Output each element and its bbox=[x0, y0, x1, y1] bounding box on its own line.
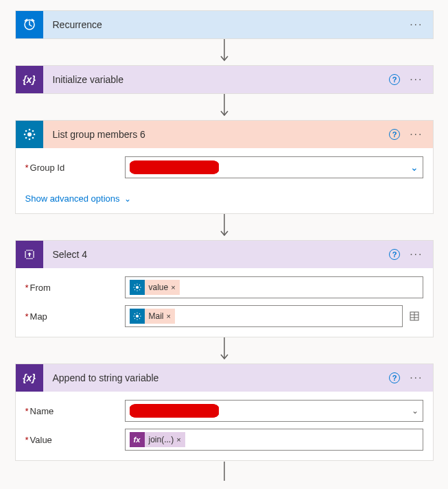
show-advanced-options-link[interactable]: Show advanced options ⌄ bbox=[25, 193, 131, 204]
svg-point-10 bbox=[25, 137, 27, 139]
chevron-down-icon: ⌄ bbox=[124, 194, 131, 204]
more-icon[interactable]: ··· bbox=[410, 128, 423, 141]
token-mail[interactable]: Mail × bbox=[130, 309, 175, 324]
group-id-input[interactable]: ⌄ bbox=[125, 156, 423, 178]
step-select[interactable]: Select 4 ? ··· *From value × bbox=[15, 240, 434, 337]
svg-point-5 bbox=[28, 139, 30, 141]
step-recurrence[interactable]: Recurrence ··· bbox=[15, 10, 434, 39]
param-label-from: *From bbox=[25, 283, 125, 293]
connector-arrow bbox=[7, 214, 441, 240]
svg-point-3 bbox=[27, 132, 32, 136]
svg-point-18 bbox=[134, 285, 134, 285]
chevron-down-icon[interactable]: ⌄ bbox=[412, 406, 418, 416]
more-icon[interactable]: ··· bbox=[410, 73, 423, 86]
step-select-title: Select 4 bbox=[43, 249, 390, 260]
step-recurrence-header[interactable]: Recurrence ··· bbox=[16, 11, 433, 38]
step-append-string[interactable]: {x} Append to string variable ? ··· *Nam… bbox=[15, 363, 434, 461]
svg-point-6 bbox=[23, 134, 25, 136]
svg-point-27 bbox=[134, 313, 134, 314]
select-icon bbox=[16, 241, 43, 268]
token-value[interactable]: value × bbox=[130, 280, 180, 295]
step-recurrence-title: Recurrence bbox=[43, 19, 410, 30]
connector-arrow bbox=[7, 39, 441, 65]
help-icon[interactable]: ? bbox=[389, 372, 400, 383]
variable-icon: {x} bbox=[16, 364, 43, 392]
remove-token-icon[interactable]: × bbox=[171, 283, 175, 291]
step-list-group-members-header[interactable]: List group members 6 ? ··· bbox=[16, 121, 433, 148]
help-icon[interactable]: ? bbox=[389, 249, 400, 260]
svg-point-26 bbox=[140, 315, 141, 316]
switch-map-mode-icon[interactable] bbox=[405, 305, 423, 327]
svg-point-23 bbox=[137, 312, 137, 313]
param-row-name: *Name ⌄ bbox=[25, 400, 423, 422]
clock-icon bbox=[16, 11, 43, 38]
step-append-string-body: *Name ⌄ *Value fx join(...) × bbox=[16, 392, 433, 460]
param-row-from: *From value × bbox=[25, 276, 423, 298]
svg-point-28 bbox=[139, 313, 139, 314]
step-select-header[interactable]: Select 4 ? ··· bbox=[16, 241, 433, 268]
param-label-group-id: *Group Id bbox=[25, 163, 125, 173]
svg-point-16 bbox=[133, 287, 134, 287]
param-row-map: *Map Mail × bbox=[25, 305, 423, 327]
svg-point-14 bbox=[137, 283, 137, 284]
param-row-value: *Value fx join(...) × bbox=[25, 429, 423, 451]
value-input[interactable]: fx join(...) × bbox=[125, 429, 423, 451]
fx-icon: fx bbox=[130, 432, 145, 447]
step-list-group-members-title: List group members 6 bbox=[43, 129, 390, 140]
more-icon[interactable]: ··· bbox=[410, 372, 423, 384]
token-text: join(...) bbox=[149, 435, 174, 444]
step-append-string-title: Append to string variable bbox=[43, 372, 390, 383]
step-init-variable-title: Initialize variable bbox=[43, 74, 390, 85]
connector-arrow bbox=[7, 461, 441, 481]
param-label-value: *Value bbox=[25, 435, 125, 445]
svg-point-24 bbox=[137, 319, 137, 320]
svg-point-19 bbox=[139, 285, 139, 285]
svg-point-4 bbox=[28, 129, 30, 131]
more-icon[interactable]: ··· bbox=[410, 19, 423, 31]
variable-icon: {x} bbox=[16, 66, 43, 93]
map-input[interactable]: Mail × bbox=[125, 305, 403, 327]
step-select-body: *From value × *Map bbox=[16, 268, 433, 337]
svg-point-9 bbox=[32, 130, 34, 132]
svg-point-15 bbox=[137, 290, 137, 291]
svg-point-22 bbox=[135, 315, 138, 318]
token-text: Mail bbox=[149, 311, 164, 321]
svg-point-20 bbox=[134, 289, 134, 290]
param-row-group-id: *Group Id ⌄ bbox=[25, 156, 423, 178]
help-icon[interactable]: ? bbox=[389, 74, 400, 85]
svg-point-21 bbox=[139, 289, 139, 290]
remove-token-icon[interactable]: × bbox=[176, 436, 180, 444]
flow-canvas: Recurrence ··· {x} Initialize variable ?… bbox=[7, 10, 441, 481]
token-text: value bbox=[149, 283, 169, 292]
svg-point-8 bbox=[25, 130, 27, 132]
svg-point-29 bbox=[134, 318, 134, 319]
svg-point-13 bbox=[135, 286, 138, 289]
step-list-group-members[interactable]: List group members 6 ? ··· *Group Id ⌄ S… bbox=[15, 120, 434, 214]
svg-point-30 bbox=[139, 318, 139, 319]
connector-arrow bbox=[7, 94, 441, 120]
svg-point-17 bbox=[140, 287, 141, 287]
redacted-value bbox=[130, 404, 219, 418]
azure-ad-icon bbox=[130, 280, 145, 295]
param-label-name: *Name bbox=[25, 406, 125, 416]
svg-point-25 bbox=[133, 315, 134, 316]
azure-ad-icon bbox=[130, 309, 145, 324]
name-input[interactable]: ⌄ bbox=[125, 400, 423, 422]
step-list-group-members-body: *Group Id ⌄ Show advanced options ⌄ bbox=[16, 148, 433, 213]
connector-arrow bbox=[7, 337, 441, 363]
param-label-map: *Map bbox=[25, 311, 125, 322]
step-init-variable-header[interactable]: {x} Initialize variable ? ··· bbox=[16, 66, 433, 93]
token-join-expression[interactable]: fx join(...) × bbox=[130, 432, 185, 447]
svg-point-11 bbox=[32, 137, 34, 139]
remove-token-icon[interactable]: × bbox=[167, 312, 171, 320]
azure-ad-icon bbox=[16, 121, 43, 148]
step-append-string-header[interactable]: {x} Append to string variable ? ··· bbox=[16, 364, 433, 392]
chevron-down-icon[interactable]: ⌄ bbox=[410, 162, 418, 173]
help-icon[interactable]: ? bbox=[389, 129, 400, 140]
redacted-value bbox=[130, 160, 219, 174]
step-init-variable[interactable]: {x} Initialize variable ? ··· bbox=[15, 65, 434, 94]
from-input[interactable]: value × bbox=[125, 276, 423, 298]
svg-point-7 bbox=[33, 134, 35, 136]
more-icon[interactable]: ··· bbox=[410, 248, 423, 261]
